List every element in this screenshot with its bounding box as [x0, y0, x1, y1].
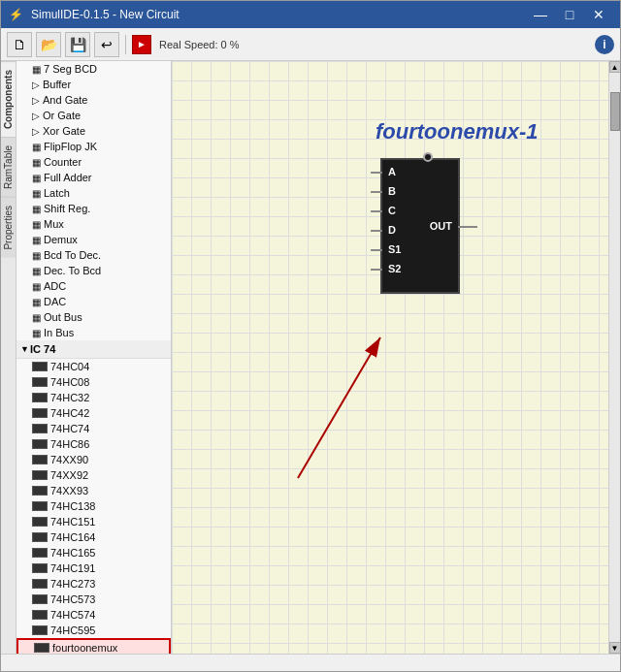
status-bar [1, 654, 620, 671]
item-74hc595[interactable]: 74HC595 [16, 623, 171, 638]
main-area: Components RamTable Properties ▦ 7 Seg B… [1, 61, 620, 654]
chip-74hc86-icon [32, 439, 48, 449]
item-outbus[interactable]: ▦ Out Bus [16, 309, 171, 325]
pin-a-line [371, 172, 382, 174]
item-74hc164[interactable]: 74HC164 [16, 529, 171, 545]
svg-line-1 [298, 337, 380, 478]
pin-a-label: A [388, 166, 396, 177]
chip-74hc151-icon [32, 517, 48, 527]
tab-components[interactable]: Components [1, 61, 16, 137]
save-button[interactable]: 💾 [65, 32, 90, 57]
item-74hc191[interactable]: 74HC191 [16, 560, 171, 576]
chip-74hc191-icon [32, 563, 48, 573]
tab-properties[interactable]: Properties [1, 197, 16, 258]
chip-74hc08-icon [32, 377, 48, 387]
run-button[interactable]: ► [132, 35, 151, 54]
item-bcdtodec[interactable]: ▦ Bcd To Dec. [16, 247, 171, 263]
item-inbus[interactable]: ▦ In Bus [16, 325, 171, 340]
dectobcd-icon: ▦ [32, 266, 41, 276]
item-7segbcd[interactable]: ▦ 7 Seg BCD [16, 61, 171, 77]
chip-74hc574-icon [32, 610, 48, 620]
item-74xx93[interactable]: 74XX93 [16, 483, 171, 498]
main-window: ⚡ SimulIDE-0.1.5 - New Circuit — □ ✕ 🗋 📂… [0, 0, 621, 672]
item-flipflopjk[interactable]: ▦ FlipFlop JK [16, 139, 171, 154]
section-ic74[interactable]: ▼ IC 74 [16, 340, 171, 359]
pin-c-label: C [388, 205, 396, 216]
item-dac[interactable]: ▦ DAC [16, 294, 171, 309]
tab-ramtable[interactable]: RamTable [1, 137, 16, 197]
pin-b-line [371, 191, 382, 193]
item-fourtoonemux[interactable]: fourtoonemux [16, 638, 171, 654]
item-74hc165[interactable]: 74HC165 [16, 545, 171, 560]
chip-fourtoonemux-icon [34, 643, 49, 653]
pin-out-line [458, 226, 477, 228]
chip-74xx93-icon [32, 486, 48, 496]
pin-d-label: D [388, 224, 396, 236]
sidebar-scroll[interactable]: ▦ 7 Seg BCD ▷ Buffer ▷ And Gate ▷ Or Gat… [16, 61, 171, 654]
scroll-down-button[interactable]: ▼ [609, 642, 621, 654]
title-bar: ⚡ SimulIDE-0.1.5 - New Circuit — □ ✕ [1, 1, 620, 28]
item-orgate[interactable]: ▷ Or Gate [16, 108, 171, 123]
item-74hc08[interactable]: 74HC08 [16, 374, 171, 390]
scroll-thumb[interactable] [610, 92, 620, 131]
title-bar-controls: — □ ✕ [527, 5, 612, 24]
item-74hc138[interactable]: 74HC138 [16, 498, 171, 514]
xorgate-icon: ▷ [32, 126, 40, 137]
chip-74hc595-icon [32, 625, 48, 635]
undo-button[interactable]: ↩ [94, 32, 119, 57]
item-adc[interactable]: ▦ ADC [16, 278, 171, 294]
orgate-icon: ▷ [32, 111, 40, 121]
item-74hc74[interactable]: 74HC74 [16, 421, 171, 436]
minimize-button[interactable]: — [527, 5, 554, 24]
item-mux[interactable]: ▦ Mux [16, 216, 171, 232]
left-tabs: Components RamTable Properties [1, 61, 16, 654]
arrow-annotation [172, 61, 608, 654]
item-74hc573[interactable]: 74HC573 [16, 592, 171, 607]
pin-s1-label: S1 [388, 243, 401, 255]
mux-component[interactable]: A B C D S1 [380, 158, 460, 294]
app-icon: ⚡ [9, 8, 23, 21]
maximize-button[interactable]: □ [556, 5, 583, 24]
scroll-up-button[interactable]: ▲ [609, 61, 621, 73]
item-74hc86[interactable]: 74HC86 [16, 436, 171, 452]
item-74hc574[interactable]: 74HC574 [16, 607, 171, 623]
item-fulladder[interactable]: ▦ Full Adder [16, 170, 171, 185]
item-74hc04[interactable]: 74HC04 [16, 359, 171, 374]
chip-74hc04-icon [32, 362, 48, 371]
item-74xx92[interactable]: 74XX92 [16, 467, 171, 483]
mux-icon: ▦ [32, 219, 41, 230]
toolbar-separator [125, 35, 126, 54]
item-xorgate[interactable]: ▷ Xor Gate [16, 123, 171, 139]
chip-74xx92-icon [32, 470, 48, 480]
info-button[interactable]: i [595, 35, 614, 54]
chip-74hc273-icon [32, 579, 48, 589]
chip-74xx90-icon [32, 455, 48, 464]
open-button[interactable]: 📂 [36, 32, 61, 57]
right-scrollbar: ▲ ▼ [608, 61, 620, 654]
chip-74hc164-icon [32, 532, 48, 542]
item-74hc151[interactable]: 74HC151 [16, 514, 171, 529]
item-buffer[interactable]: ▷ Buffer [16, 77, 171, 92]
item-counter[interactable]: ▦ Counter [16, 154, 171, 170]
demux-icon: ▦ [32, 235, 41, 245]
window-title: SimulIDE-0.1.5 - New Circuit [31, 8, 180, 21]
pin-d-line [371, 230, 382, 232]
adc-icon: ▦ [32, 281, 41, 292]
chip-74hc138-icon [32, 501, 48, 511]
canvas-area[interactable]: fourtoonemux-1 A B C [172, 61, 608, 654]
grid-background: fourtoonemux-1 A B C [172, 61, 608, 654]
real-speed-label: Real Speed: 0 % [159, 39, 240, 50]
item-latch[interactable]: ▦ Latch [16, 185, 171, 201]
item-demux[interactable]: ▦ Demux [16, 232, 171, 247]
new-button[interactable]: 🗋 [7, 32, 32, 57]
item-andgate[interactable]: ▷ And Gate [16, 92, 171, 108]
pin-b-label: B [388, 185, 396, 197]
close-button[interactable]: ✕ [585, 5, 612, 24]
item-74hc273[interactable]: 74HC273 [16, 576, 171, 592]
item-74hc32[interactable]: 74HC32 [16, 390, 171, 405]
inbus-icon: ▦ [32, 328, 41, 338]
item-74hc42[interactable]: 74HC42 [16, 405, 171, 421]
item-shiftreg[interactable]: ▦ Shift Reg. [16, 201, 171, 216]
item-74xx90[interactable]: 74XX90 [16, 452, 171, 467]
item-dectobcd[interactable]: ▦ Dec. To Bcd [16, 263, 171, 278]
